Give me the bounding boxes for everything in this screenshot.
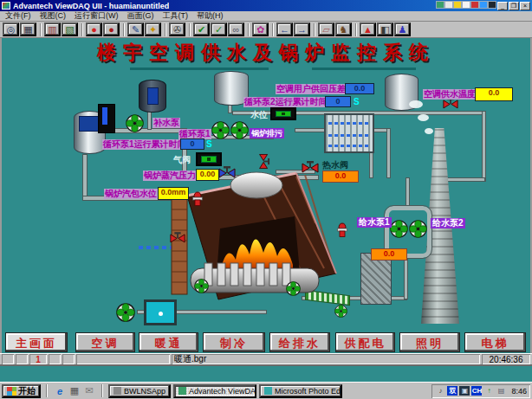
menubar: 文件(F)视图(C)运行窗口(W)画面(G)工具(T)帮助(H) <box>0 11 532 22</box>
blowdown-label[interactable]: 锅炉排污 <box>250 128 284 138</box>
close-button[interactable]: × <box>520 2 530 10</box>
start-button[interactable]: 开始 <box>2 384 41 398</box>
steam-pressure-label: 锅炉蒸汽压力 <box>143 171 197 181</box>
system-tray: ♪双▣CH↑▤ 8:46 <box>431 384 530 398</box>
level-gauge <box>98 104 115 133</box>
pressure-gauge-icon <box>191 190 204 206</box>
menu-item-3[interactable]: 画面(G) <box>127 10 154 22</box>
task-button-2[interactable]: Advantech ViewDAQ UII... <box>173 384 256 398</box>
volume-icon[interactable]: ♪ <box>435 386 445 396</box>
statusbar: 1 暖通.bgr 20:46:36 <box>0 353 532 366</box>
ack-check-icon[interactable]: ✔ <box>193 23 210 36</box>
pipe <box>404 256 408 299</box>
nav-button-5[interactable]: 给排水 <box>269 332 330 352</box>
calculator-icon[interactable]: ▦ <box>20 23 36 36</box>
status-cell <box>62 354 75 364</box>
ie-icon[interactable]: e <box>53 384 67 397</box>
blower-fan-icon <box>116 303 135 322</box>
ash-fan-icon <box>334 305 347 318</box>
current-file: 暖通.bgr <box>172 354 480 364</box>
gas-valve-label: 气阀 <box>173 155 191 165</box>
pipe <box>405 177 410 209</box>
menu-item-1[interactable]: 视图(C) <box>40 10 67 22</box>
grate-motor-icon <box>286 281 301 296</box>
task-icon <box>114 387 121 395</box>
smoke-puff <box>409 100 423 108</box>
drain-valve-icon[interactable] <box>259 154 270 170</box>
minimize-button[interactable]: _ <box>497 2 508 10</box>
trend-chart-icon[interactable]: ▧ <box>62 23 78 36</box>
task-button-1[interactable]: BWLNSApp <box>108 384 171 398</box>
clapper-icon[interactable]: ◧ <box>377 23 393 36</box>
pipe <box>82 154 88 201</box>
back-arrow-icon[interactable]: ← <box>276 23 293 36</box>
nav-button-3[interactable]: 暖通 <box>139 332 198 352</box>
report-icon[interactable]: ▥ <box>44 23 61 36</box>
pipe <box>295 128 326 132</box>
supply-temp-value: 0.0 <box>475 87 513 101</box>
nav-button-4[interactable]: 制冷 <box>203 332 265 352</box>
makeup-pump-icon <box>126 114 144 132</box>
forward-arrow-icon[interactable]: → <box>294 23 310 36</box>
drum-level-label: 锅炉汽包水位 <box>104 189 158 199</box>
nav-button-6[interactable]: 供配电 <box>335 332 395 352</box>
pipe <box>482 111 486 182</box>
desktop-icon[interactable]: ▦ <box>68 384 81 397</box>
mail-icon[interactable]: ✉ <box>82 384 96 397</box>
heat-exchanger <box>324 113 374 153</box>
pressure-gauge-icon <box>336 222 348 237</box>
palette-icon[interactable]: ✿ <box>252 23 269 36</box>
alarm-ball-icon[interactable]: ● <box>86 23 102 36</box>
titlebar-badge-icon <box>436 1 444 9</box>
menu-item-4[interactable]: 工具(T) <box>163 10 189 22</box>
expansion-tank <box>139 80 166 113</box>
task-button-3[interactable]: Microsoft Photo Editor .. <box>259 384 342 398</box>
monitor-icon[interactable]: ▣ <box>459 386 470 396</box>
restore-button[interactable]: ❐ <box>509 2 519 10</box>
menu-item-5[interactable]: 帮助(H) <box>197 10 224 22</box>
menu-item-0[interactable]: 文件(F) <box>5 10 31 22</box>
lock-icon[interactable]: ✦ <box>145 23 161 36</box>
search-icon[interactable]: ◎ <box>3 23 19 36</box>
status-cell <box>49 354 61 364</box>
ime-icon[interactable]: 双 <box>447 386 457 396</box>
nav-button-1[interactable]: 主画面 <box>5 332 68 352</box>
task-icon <box>264 387 272 395</box>
supply-temp-label: 空调供水温度 <box>423 89 477 100</box>
hot-water-valve-icon[interactable] <box>302 161 319 173</box>
app-icon <box>2 2 10 10</box>
confirm-check-icon[interactable]: ✓ <box>211 23 227 36</box>
ch-lang-icon[interactable]: CH <box>471 386 482 396</box>
eraser-icon[interactable]: ▱ <box>318 23 334 36</box>
windows-logo-icon <box>7 387 16 396</box>
alarm-bell-icon[interactable]: ● <box>103 23 120 36</box>
status-cell <box>16 354 28 364</box>
network-icon[interactable]: ▤ <box>496 386 506 396</box>
titlebar-badge-icon <box>462 1 470 9</box>
nav-button-7[interactable]: 照明 <box>399 332 460 352</box>
pipe <box>386 128 391 178</box>
updates-icon[interactable]: ↑ <box>483 386 494 396</box>
pump2-runtime-value: 0 <box>325 96 351 107</box>
taskbar: 开始 e▦✉ BWLNSAppAdvantech ViewDAQ UII...M… <box>0 382 532 399</box>
pen-icon[interactable]: ✎ <box>127 23 144 36</box>
person-icon[interactable]: ♟ <box>394 23 411 36</box>
menu-item-2[interactable]: 运行窗口(W) <box>75 10 119 22</box>
link-icon[interactable]: ∞ <box>228 23 244 36</box>
pump2-runtime-label: 循环泵2运行累计时间 <box>243 97 328 107</box>
nav-button-2[interactable]: 空调 <box>75 332 135 352</box>
camera-icon[interactable]: ✇ <box>169 23 185 36</box>
hat-icon[interactable]: ▲ <box>360 23 376 36</box>
tray-clock: 8:46 <box>511 387 527 396</box>
gas-valve-indicator[interactable] <box>196 152 222 166</box>
boiler-inlet-valve-icon[interactable] <box>170 232 185 243</box>
toolbar: ◎▦▥▧●●✎✦✇✔✓∞✿←→▱♞▲◧♟ <box>0 22 532 38</box>
pump1-runtime-value: 0 <box>180 138 204 150</box>
dog-icon[interactable]: ♞ <box>335 23 352 36</box>
dust-collector <box>360 253 392 305</box>
steam-valve-icon[interactable] <box>218 166 236 178</box>
grate-motor-icon <box>194 279 209 293</box>
water-level-indicator[interactable] <box>270 107 296 120</box>
makeup-pump-label: 补水泵 <box>152 118 180 128</box>
nav-button-8[interactable]: 电梯 <box>464 332 526 352</box>
